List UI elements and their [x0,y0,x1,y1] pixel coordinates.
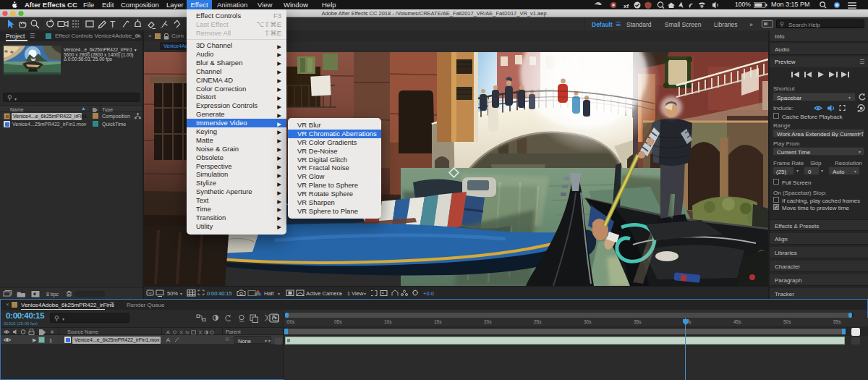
svg-text:▾: ▾ [364,292,366,296]
svg-text:▾: ▾ [180,292,182,296]
svg-text:8 bpc: 8 bpc [46,292,59,297]
svg-text:xf: xf [624,2,629,9]
svg-text:Half: Half [264,290,274,297]
svg-text:▾: ▾ [340,292,342,296]
svg-text:+0.0: +0.0 [423,290,434,297]
svg-text:1 View: 1 View [347,290,364,297]
svg-text:▾: ▾ [278,292,280,296]
svg-text:0:00:40:15: 0:00:40:15 [207,290,231,297]
svg-text:T: T [110,20,116,30]
svg-text:Active Camera: Active Camera [306,290,342,297]
svg-text:50%: 50% [167,290,178,297]
svg-text:fx: fx [185,329,190,334]
